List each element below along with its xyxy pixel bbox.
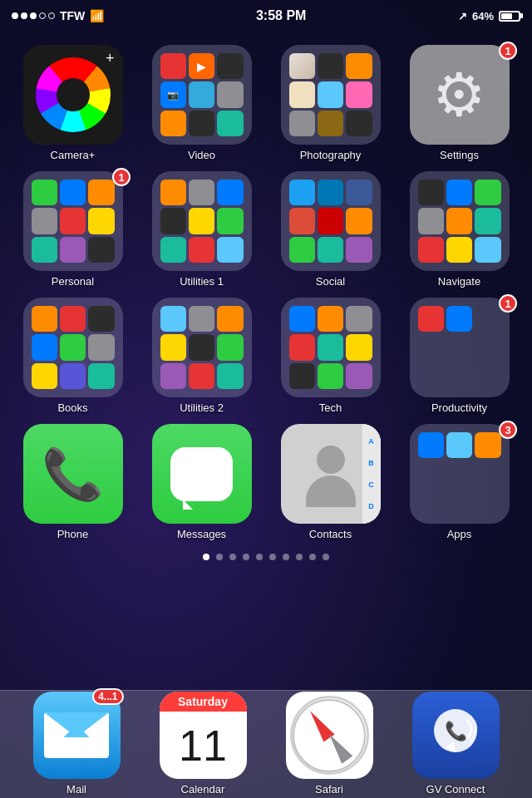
personal-mini-3 xyxy=(88,180,114,205)
folder-mini-9 xyxy=(217,111,243,136)
photo-mini-1 xyxy=(289,53,315,79)
prod-mini-5 xyxy=(446,334,472,360)
apps-mini-3 xyxy=(475,432,500,458)
social-folder-icon xyxy=(281,171,381,271)
person-head xyxy=(317,446,345,474)
tech-mini-9 xyxy=(346,363,372,389)
prod-mini-1 xyxy=(418,306,444,332)
app-tech[interactable]: Tech xyxy=(266,291,395,417)
settings-label: Settings xyxy=(440,149,479,161)
settings-icon: ⚙ xyxy=(410,45,510,145)
signal-dots xyxy=(12,12,55,19)
dock: 4...1 Mail Saturday 11 Calendar Safari xyxy=(0,690,532,798)
tech-mini-7 xyxy=(289,363,315,389)
app-contacts[interactable]: A B C D Contacts xyxy=(266,417,395,544)
util1-mini-4 xyxy=(160,208,186,234)
page-dot-2[interactable] xyxy=(216,554,223,560)
app-messages[interactable]: Messages xyxy=(137,417,266,544)
status-bar: TFW 📶 3:58 PM ↗ 64% xyxy=(0,0,532,30)
status-time: 3:58 PM xyxy=(256,8,306,23)
page-dot-6[interactable] xyxy=(269,554,276,560)
page-dot-3[interactable] xyxy=(229,554,236,560)
signal-dot-4 xyxy=(39,12,46,19)
signal-dot-2 xyxy=(21,12,27,19)
folder-mini-2: ▶ xyxy=(189,53,214,79)
gv-connect-svg: 📞 xyxy=(425,704,487,766)
app-productivity[interactable]: 1 Productivity xyxy=(395,291,524,417)
contacts-tabs: A B C D xyxy=(362,424,381,524)
page-dot-7[interactable] xyxy=(283,554,289,560)
books-mini-8 xyxy=(60,363,86,389)
util2-mini-2 xyxy=(189,306,214,332)
mail-envelope xyxy=(44,712,109,758)
dock-calendar[interactable]: Saturday 11 Calendar xyxy=(160,692,247,796)
app-phone[interactable]: 📞 Phone xyxy=(8,417,137,544)
camera-plus-icon: + xyxy=(23,45,123,145)
signal-icon: ↗ xyxy=(458,10,467,22)
gv-connect-icon: 📞 xyxy=(412,692,500,779)
gear-icon: ⚙ xyxy=(432,60,486,130)
status-left: TFW 📶 xyxy=(12,9,104,22)
nav-mini-5 xyxy=(446,208,472,234)
personal-label: Personal xyxy=(52,275,94,288)
svg-text:📞: 📞 xyxy=(444,720,467,742)
mail-label: Mail xyxy=(66,783,86,796)
nav-mini-3 xyxy=(475,180,500,205)
apps-mini-9 xyxy=(475,490,500,515)
folder-mini-8 xyxy=(189,111,214,136)
prod-mini-6 xyxy=(475,334,500,360)
app-photography[interactable]: Photography xyxy=(266,38,395,165)
app-social[interactable]: Social xyxy=(266,165,395,291)
personal-mini-9 xyxy=(88,237,114,263)
util1-mini-6 xyxy=(217,208,243,234)
dock-safari[interactable]: Safari xyxy=(286,692,373,796)
social-mini-8 xyxy=(318,237,343,263)
util2-mini-9 xyxy=(217,363,243,389)
gv-connect-label: GV Connect xyxy=(426,783,485,796)
calendar-label: Calendar xyxy=(181,783,225,796)
util2-mini-6 xyxy=(217,334,243,360)
tech-mini-4 xyxy=(289,334,315,360)
nav-mini-2 xyxy=(446,180,472,205)
photo-mini-2 xyxy=(318,53,343,79)
app-settings[interactable]: ⚙ 1 Settings xyxy=(395,38,524,165)
social-mini-6 xyxy=(346,208,372,234)
page-dot-9[interactable] xyxy=(309,554,316,560)
util1-mini-1 xyxy=(160,180,186,205)
nav-mini-6 xyxy=(475,208,500,234)
app-utilities1[interactable]: Utilities 1 xyxy=(137,165,266,291)
photo-mini-7 xyxy=(289,111,315,136)
page-dot-5[interactable] xyxy=(256,554,263,560)
dock-mail[interactable]: 4...1 Mail xyxy=(33,692,121,796)
productivity-label: Productivity xyxy=(431,401,487,414)
tech-mini-2 xyxy=(318,306,343,332)
app-books[interactable]: Books xyxy=(8,291,137,417)
page-dot-8[interactable] xyxy=(296,554,303,560)
productivity-badge: 1 xyxy=(499,294,517,313)
page-dot-1[interactable] xyxy=(203,554,209,560)
page-dot-10[interactable] xyxy=(323,554,329,560)
page-dot-4[interactable] xyxy=(243,554,249,560)
apps-badge: 3 xyxy=(499,421,517,439)
util1-mini-3 xyxy=(217,180,243,205)
battery-icon xyxy=(499,11,520,22)
compass-icon xyxy=(290,696,369,775)
personal-folder-icon xyxy=(23,171,123,271)
personal-badge: 1 xyxy=(112,168,131,186)
app-camera-plus[interactable]: + Camera+ xyxy=(8,38,137,165)
social-mini-2 xyxy=(318,180,343,205)
util1-mini-9 xyxy=(217,237,243,263)
app-apps[interactable]: 3 Apps xyxy=(395,417,524,544)
battery-visual xyxy=(499,11,520,22)
folder-mini-6 xyxy=(217,81,243,107)
books-mini-9 xyxy=(88,363,114,389)
app-navigate[interactable]: Navigate xyxy=(395,165,524,291)
social-mini-1 xyxy=(289,180,315,205)
app-video[interactable]: ▶ 📷 Video xyxy=(137,38,266,165)
messages-label: Messages xyxy=(177,528,226,540)
books-mini-1 xyxy=(32,306,57,332)
app-utilities2[interactable]: Utilities 2 xyxy=(137,291,266,417)
books-mini-5 xyxy=(60,334,86,360)
app-personal[interactable]: 1 Personal xyxy=(8,165,137,291)
dock-gv-connect[interactable]: 📞 GV Connect xyxy=(412,692,500,796)
